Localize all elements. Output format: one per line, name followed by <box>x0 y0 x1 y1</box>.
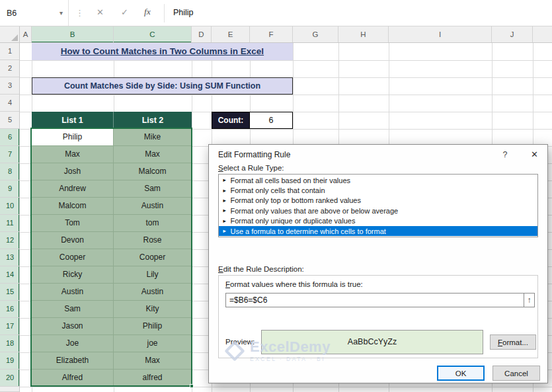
table-cell-C9[interactable]: Sam <box>114 180 192 198</box>
column-header-E[interactable]: E <box>212 26 250 43</box>
table-cell-C10[interactable]: Austin <box>114 198 192 215</box>
row-header-2[interactable]: 2 <box>0 60 20 77</box>
table-cell-B7[interactable]: Max <box>32 146 114 163</box>
table-cell-C12[interactable]: Rose <box>114 232 192 249</box>
table-cell-B6[interactable]: Philip <box>32 129 114 146</box>
rule-type-option-4[interactable]: ►Format only values that are above or be… <box>219 206 537 216</box>
row-header-14[interactable]: 14 <box>0 266 20 284</box>
column-header-G[interactable]: G <box>293 26 338 43</box>
rule-type-option-label: Format only cells that contain <box>230 186 325 194</box>
table-cell-C17[interactable]: Philip <box>114 318 192 335</box>
table-cell-B9[interactable]: Andrew <box>32 180 114 198</box>
formula-bar-divider-icon: ⋮ <box>75 8 84 18</box>
table-cell-C19[interactable]: Max <box>114 352 192 370</box>
select-all-button[interactable] <box>0 26 20 43</box>
row-header-12[interactable]: 12 <box>0 232 20 249</box>
table-cell-C14[interactable]: Lily <box>114 266 192 284</box>
rule-formula-input[interactable] <box>225 293 524 307</box>
table-cell-C15[interactable]: Austin <box>114 284 192 301</box>
row-header-3[interactable]: 3 <box>0 77 20 95</box>
column-header-A[interactable]: A <box>20 26 32 43</box>
row-header-5[interactable]: 5 <box>0 112 20 129</box>
excel-window: B6 ▾ ⋮ ✕ ✓ fx Philip ABCDEFGHIJ 12345678… <box>0 0 552 392</box>
row-header-18[interactable]: 18 <box>0 335 20 352</box>
rule-type-option-1[interactable]: ►Format all cells based on their values <box>219 175 537 185</box>
column-header-I[interactable]: I <box>389 26 492 43</box>
table-cell-B13[interactable]: Cooper <box>32 249 114 266</box>
collapse-dialog-icon[interactable]: ↑ <box>524 293 535 307</box>
table-cell-B12[interactable]: Devon <box>32 232 114 249</box>
table-cell-B20[interactable]: Alfred <box>32 370 114 387</box>
rule-arrow-icon: ► <box>222 198 227 204</box>
help-icon[interactable]: ? <box>500 150 510 159</box>
count-label-cell[interactable]: Count: <box>212 112 250 129</box>
insert-function-icon[interactable]: fx <box>144 7 151 17</box>
table-cell-B15[interactable]: Austin <box>32 284 114 301</box>
rule-arrow-icon: ► <box>222 188 227 194</box>
row-header-8[interactable]: 8 <box>0 163 20 180</box>
table-cell-C13[interactable]: Cooper <box>114 249 192 266</box>
row-header-6[interactable]: 6 <box>0 129 20 146</box>
rule-type-option-2[interactable]: ►Format only cells that contain <box>219 185 537 195</box>
rule-type-list: ►Format all cells based on their values►… <box>218 174 538 237</box>
close-icon[interactable]: ✕ <box>531 149 538 159</box>
row-header-20[interactable]: 20 <box>0 370 20 387</box>
table-cell-B10[interactable]: Malcom <box>32 198 114 215</box>
column-header-C[interactable]: C <box>114 26 192 43</box>
fill-handle[interactable] <box>190 384 194 388</box>
table-header-list2[interactable]: List 2 <box>114 112 192 129</box>
ok-button[interactable]: OK <box>437 366 485 381</box>
table-cell-C6[interactable]: Mike <box>114 129 192 146</box>
table-cell-B16[interactable]: Sam <box>32 301 114 318</box>
row-header-7[interactable]: 7 <box>0 146 20 163</box>
table-cell-B19[interactable]: Elizabeth <box>32 352 114 370</box>
chevron-down-icon[interactable]: ▾ <box>59 9 63 17</box>
row-header-1[interactable]: 1 <box>0 43 20 60</box>
table-cell-B18[interactable]: Joe <box>32 335 114 352</box>
column-header-B[interactable]: B <box>32 26 114 43</box>
preview-label: Preview: <box>225 338 255 346</box>
cancel-icon[interactable]: ✕ <box>97 7 104 17</box>
table-cell-B14[interactable]: Ricky <box>32 266 114 284</box>
formula-bar: B6 ▾ ⋮ ✕ ✓ fx Philip <box>0 0 552 26</box>
row-header-16[interactable]: 16 <box>0 301 20 318</box>
enter-icon[interactable]: ✓ <box>121 7 128 17</box>
row-header-13[interactable]: 13 <box>0 249 20 266</box>
table-cell-B17[interactable]: Jason <box>32 318 114 335</box>
rule-type-option-6[interactable]: ►Use a formula to determine which cells … <box>219 226 537 236</box>
name-box-value: B6 <box>7 9 17 18</box>
edit-formatting-rule-dialog: Edit Formatting Rule ? ✕ Select a Rule T… <box>208 144 548 383</box>
table-cell-B11[interactable]: Tom <box>32 215 114 232</box>
table-cell-C16[interactable]: Kity <box>114 301 192 318</box>
table-cell-C8[interactable]: Malcom <box>114 163 192 180</box>
row-header-15[interactable]: 15 <box>0 284 20 301</box>
column-headers: ABCDEFGHIJ <box>20 26 552 43</box>
count-value-cell[interactable]: 6 <box>250 112 293 129</box>
formula-input[interactable]: Philip <box>173 0 194 26</box>
row-header-9[interactable]: 9 <box>0 180 20 198</box>
column-header-D[interactable]: D <box>192 26 212 43</box>
column-header-H[interactable]: H <box>338 26 389 43</box>
column-header-J[interactable]: J <box>492 26 533 43</box>
row-header-4[interactable]: 4 <box>0 95 20 112</box>
select-all-triangle-icon <box>11 34 18 41</box>
table-header-list1[interactable]: List 1 <box>32 112 114 129</box>
format-button[interactable]: Format... <box>490 334 536 350</box>
row-header-10[interactable]: 10 <box>0 198 20 215</box>
cancel-button[interactable]: Cancel <box>493 366 540 381</box>
match-table: PhilipMikeMaxMaxJoshMalcomAndrewSamMalco… <box>32 129 192 387</box>
rule-type-option-3[interactable]: ►Format only top or bottom ranked values <box>219 196 537 206</box>
row-header-11[interactable]: 11 <box>0 215 20 232</box>
table-cell-C20[interactable]: alfred <box>114 370 192 387</box>
table-cell-C18[interactable]: joe <box>114 335 192 352</box>
rule-type-option-5[interactable]: ►Format only unique or duplicate values <box>219 216 537 226</box>
column-header-F[interactable]: F <box>250 26 293 43</box>
row-header-17[interactable]: 17 <box>0 318 20 335</box>
rule-description-box: Format values where this formula is true… <box>218 275 538 358</box>
rule-arrow-icon: ► <box>222 208 227 214</box>
table-cell-C11[interactable]: tom <box>114 215 192 232</box>
row-header-19[interactable]: 19 <box>0 352 20 370</box>
name-box[interactable]: B6 ▾ <box>0 0 69 26</box>
table-cell-C7[interactable]: Max <box>114 146 192 163</box>
table-cell-B8[interactable]: Josh <box>32 163 114 180</box>
